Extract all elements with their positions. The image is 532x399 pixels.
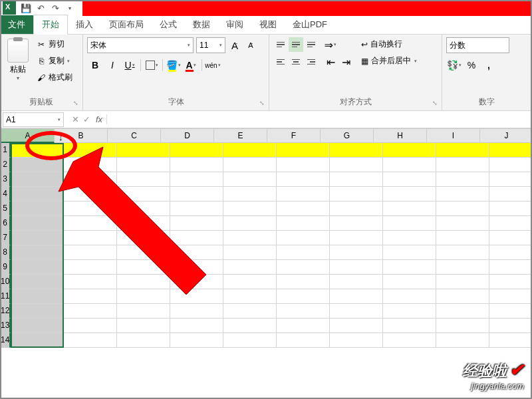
percent-button[interactable]: % <box>464 57 479 73</box>
format-painter-button[interactable]: 🖌格式刷 <box>35 70 74 84</box>
wrap-text-button[interactable]: ↩自动换行 <box>358 37 420 51</box>
font-color-button[interactable]: A▾ <box>183 57 199 73</box>
cell[interactable] <box>489 201 532 216</box>
cell[interactable] <box>277 231 330 245</box>
row-header-9[interactable]: 9 <box>0 260 11 275</box>
cell[interactable] <box>11 304 64 319</box>
cell[interactable] <box>223 304 277 319</box>
cell[interactable] <box>223 216 277 231</box>
confirm-icon[interactable]: ✓ <box>83 114 90 124</box>
cell[interactable] <box>489 319 532 333</box>
cell[interactable] <box>223 172 277 187</box>
column-header-H[interactable]: H <box>374 128 427 143</box>
cell[interactable] <box>489 333 532 348</box>
row-header-7[interactable]: 7 <box>0 231 11 245</box>
cell[interactable] <box>330 245 383 260</box>
cell[interactable] <box>117 216 170 231</box>
cell[interactable] <box>170 216 223 231</box>
cell[interactable] <box>383 304 436 319</box>
cell[interactable] <box>117 260 170 275</box>
fill-color-button[interactable]: 🪣▾ <box>166 57 182 73</box>
cell[interactable] <box>11 143 64 158</box>
cell[interactable] <box>170 245 223 260</box>
bold-button[interactable]: B <box>87 57 103 73</box>
cell[interactable] <box>117 289 170 304</box>
tab-review[interactable]: 审阅 <box>218 15 251 34</box>
cell[interactable] <box>330 172 383 187</box>
cell[interactable] <box>383 260 436 275</box>
cell[interactable] <box>330 231 383 245</box>
cell[interactable] <box>117 187 170 201</box>
cell[interactable] <box>11 289 64 304</box>
cell[interactable] <box>277 143 330 158</box>
cell[interactable] <box>223 187 277 201</box>
cell[interactable] <box>117 143 170 158</box>
formula-input[interactable] <box>110 111 532 128</box>
cell[interactable] <box>170 260 223 275</box>
cell[interactable] <box>277 245 330 260</box>
cell[interactable] <box>223 289 277 304</box>
cell[interactable] <box>489 158 532 172</box>
cells-area[interactable] <box>11 143 532 348</box>
cell[interactable] <box>277 275 330 289</box>
italic-button[interactable]: I <box>104 57 120 73</box>
row-header-10[interactable]: 10 <box>0 275 11 289</box>
cell[interactable] <box>330 187 383 201</box>
row-header-5[interactable]: 5 <box>0 201 11 216</box>
cell[interactable] <box>330 304 383 319</box>
tab-formulas[interactable]: 公式 <box>152 15 185 34</box>
cell[interactable] <box>170 289 223 304</box>
align-left-button[interactable] <box>273 55 288 69</box>
row-header-13[interactable]: 13 <box>0 319 11 333</box>
cell[interactable] <box>64 172 117 187</box>
launcher-icon[interactable]: ⤡ <box>73 100 78 106</box>
paste-dropdown-icon[interactable]: ▾ <box>17 75 19 81</box>
merge-center-button[interactable]: ▦合并后居中▾ <box>358 54 420 68</box>
cell[interactable] <box>277 187 330 201</box>
cell[interactable] <box>223 231 277 245</box>
cell[interactable] <box>436 275 489 289</box>
launcher-icon[interactable]: ⤡ <box>259 100 265 106</box>
cell[interactable] <box>117 201 170 216</box>
phonetic-button[interactable]: wén▾ <box>205 57 221 73</box>
cell[interactable] <box>170 319 223 333</box>
cell[interactable] <box>11 201 64 216</box>
launcher-icon[interactable]: ⤡ <box>432 100 438 106</box>
cell[interactable] <box>64 187 117 201</box>
cell[interactable] <box>117 275 170 289</box>
cell[interactable] <box>330 275 383 289</box>
font-size-select[interactable]: 11▾ <box>196 37 225 53</box>
tab-data[interactable]: 数据 <box>185 15 218 34</box>
cell[interactable] <box>117 231 170 245</box>
cell[interactable] <box>383 245 436 260</box>
cell[interactable] <box>64 143 117 158</box>
cell[interactable] <box>277 333 330 348</box>
cell[interactable] <box>436 304 489 319</box>
cell[interactable] <box>223 158 277 172</box>
cell[interactable] <box>383 319 436 333</box>
cell[interactable] <box>383 172 436 187</box>
row-header-12[interactable]: 12 <box>0 304 11 319</box>
cell[interactable] <box>383 275 436 289</box>
cell[interactable] <box>383 201 436 216</box>
cell[interactable] <box>436 289 489 304</box>
row-header-2[interactable]: 2 <box>0 158 11 172</box>
cell[interactable] <box>117 158 170 172</box>
cell[interactable] <box>489 216 532 231</box>
cell[interactable] <box>383 158 436 172</box>
cell[interactable] <box>223 275 277 289</box>
cell[interactable] <box>170 201 223 216</box>
row-header-1[interactable]: 1 <box>0 143 11 158</box>
cell[interactable] <box>277 304 330 319</box>
align-top-button[interactable] <box>273 37 288 52</box>
tab-layout[interactable]: 页面布局 <box>101 15 152 34</box>
cell[interactable] <box>277 260 330 275</box>
cell[interactable] <box>436 260 489 275</box>
cell[interactable] <box>489 304 532 319</box>
cell[interactable] <box>489 260 532 275</box>
cell[interactable] <box>489 143 532 158</box>
align-right-button[interactable] <box>304 55 319 69</box>
cell[interactable] <box>117 304 170 319</box>
cell[interactable] <box>11 245 64 260</box>
cell[interactable] <box>170 158 223 172</box>
